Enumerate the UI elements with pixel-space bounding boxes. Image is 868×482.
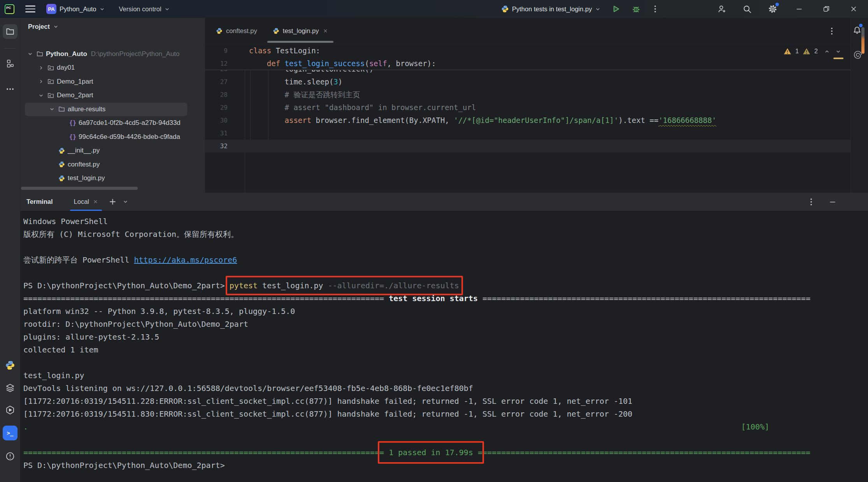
chevron-down-icon[interactable] (38, 92, 47, 98)
restore-button[interactable] (822, 5, 831, 13)
line-number: 29 (205, 101, 245, 114)
tree-item-demo-2part[interactable]: Demo_2part (20, 89, 205, 103)
code-line-27: 27 time.sleep(3) (205, 75, 850, 88)
line-number: 31 (205, 127, 245, 140)
editor-options-icon[interactable] (828, 26, 836, 36)
close-icon[interactable] (93, 199, 98, 204)
code-line-29: 29 # assert "dashboard" in browser.curre… (205, 101, 850, 114)
more-actions-icon[interactable] (651, 4, 659, 14)
close-tab-icon[interactable] (323, 28, 328, 33)
terminal-tab-local[interactable]: Local (68, 193, 103, 211)
vcs-widget[interactable]: Version control (119, 5, 170, 13)
debug-button[interactable] (631, 4, 641, 14)
python-icon (5, 360, 15, 370)
tree-item-demo-1part[interactable]: Demo_1part (20, 75, 205, 89)
terminal-tool-button[interactable]: >_ (3, 426, 18, 440)
tree-item-6a97cde1-0f2b-4cd5-a27b-94d33d[interactable]: {}6a97cde1-0f2b-4cd5-a27b-94d33d (20, 116, 205, 130)
folder-src-icon (47, 92, 57, 99)
terminal-line (23, 356, 868, 369)
editor-tab-test-login-py[interactable]: test_login.py (265, 18, 336, 44)
python-console-button[interactable] (3, 358, 18, 373)
ai-assistant-icon[interactable] (853, 50, 863, 60)
folder-icon (37, 51, 46, 58)
python-icon (501, 5, 509, 13)
code-with-me-icon[interactable] (717, 4, 727, 14)
more-tool-windows-button[interactable] (3, 82, 18, 96)
prev-problem-icon[interactable] (824, 49, 830, 54)
next-problem-icon[interactable] (835, 49, 841, 54)
code-line-12: 12 def test_login_success(self, browser)… (205, 57, 850, 70)
structure-icon (5, 59, 15, 68)
new-terminal-icon[interactable] (109, 198, 116, 205)
terminal-line: ========================================… (23, 292, 868, 305)
tree-item--init-py[interactable]: __init__.py (20, 144, 205, 158)
terminal-panel: Terminal Local Windows PowerShell版权所有 (C… (20, 193, 868, 482)
hide-panel-icon[interactable] (828, 198, 837, 206)
notification-dot (859, 24, 863, 27)
terminal-output[interactable]: Windows PowerShell版权所有 (C) Microsoft Cor… (20, 211, 868, 482)
tree-item-conftest-py[interactable]: conftest.py (20, 158, 205, 172)
highlight-level-bar (833, 58, 843, 59)
project-panel-header[interactable]: Project (20, 18, 205, 35)
pycharm-window: PC PA Python_Auto Version control Python… (0, 0, 868, 482)
code-line-32: 32 (205, 140, 850, 152)
terminal-line: test_login.py (23, 369, 868, 382)
editor: conftest.pytest_login.py 9class TestLogi… (205, 18, 850, 193)
chevron-spacer (60, 134, 69, 140)
project-widget[interactable]: Python_Auto (60, 5, 105, 13)
terminal-line: ========================================… (23, 446, 868, 459)
weak-warning-icon (803, 47, 810, 55)
layers-icon (5, 383, 15, 393)
terminal-line: 尝试新的跨平台 PowerShell https://aka.ms/pscore… (23, 254, 868, 266)
chevron-spacer (49, 175, 58, 181)
chevron-right-icon[interactable] (38, 79, 47, 85)
services-tool-button[interactable] (3, 403, 18, 417)
main-menu-icon[interactable] (25, 5, 35, 12)
chevron-spacer (49, 147, 58, 154)
tree-item-day01[interactable]: day01 (20, 61, 205, 75)
run-button[interactable] (611, 4, 621, 14)
close-button[interactable] (849, 5, 858, 13)
json-icon: {} (69, 133, 79, 140)
code-area[interactable]: 26 login_button.click()27 time.sleep(3)2… (205, 70, 850, 152)
tree-item-python-auto[interactable]: Python_AutoD:\pythonProject\Python_Auto (20, 47, 205, 61)
chevron-right-icon[interactable] (38, 65, 47, 71)
tree-item-test-login-py[interactable]: test_login.py (20, 172, 205, 186)
sticky-lines-panel: 9class TestLogin:12 def test_login_succe… (205, 44, 850, 70)
terminal-line: 版权所有 (C) Microsoft Corporation。保留所有权利。 (23, 228, 868, 241)
problems-tool-button[interactable] (3, 449, 18, 464)
project-avatar[interactable]: PA (46, 4, 56, 14)
code-line-9: 9class TestLogin: (205, 44, 850, 57)
line-number: 9 (205, 44, 245, 57)
terminal-dropdown-icon[interactable] (123, 199, 128, 205)
settings-gear-icon[interactable] (768, 4, 778, 14)
tree-item-99c64c6e-d59b-4426-bdeb-c9fada[interactable]: {}99c64c6e-d59b-4426-bdeb-c9fada (20, 130, 205, 144)
run-configuration-selector[interactable]: Python tests in test_login.py (501, 5, 601, 13)
inspections-widget[interactable]: 1 2 (784, 47, 841, 55)
python-packages-button[interactable] (3, 380, 18, 395)
terminal-line: plugins: allure-pytest-2.13.5 (23, 331, 868, 344)
terminal-line: PS D:\pythonProject\Python_Auto\Demo_2pa… (23, 279, 868, 292)
tree-item-allure-results[interactable]: allure-results (20, 102, 205, 116)
code-line-31: 31 (205, 127, 850, 140)
horizontal-scrollbar[interactable] (20, 187, 205, 190)
terminal-line: platform win32 -- Python 3.9.8, pytest-8… (23, 305, 868, 318)
more-icon (5, 84, 15, 94)
notification-dot (775, 3, 779, 6)
python-icon (58, 161, 68, 168)
python-icon (216, 28, 223, 34)
folder-icon (6, 27, 14, 36)
stripe-divider (4, 48, 16, 49)
line-number: 27 (205, 75, 245, 88)
chevron-down-icon[interactable] (27, 51, 37, 57)
code-line-28: 28 # 验证是否跳转到主页 (205, 88, 850, 101)
code-line-26: 26 login_button.click() (205, 70, 850, 75)
minimize-button[interactable] (795, 5, 803, 13)
project-tool-button[interactable] (3, 24, 18, 39)
search-everywhere-icon[interactable] (742, 4, 752, 14)
folder-icon (58, 106, 68, 113)
editor-tab-conftest-py[interactable]: conftest.py (208, 18, 265, 44)
chevron-down-icon[interactable] (49, 106, 58, 112)
structure-tool-button[interactable] (3, 56, 18, 71)
terminal-options-icon[interactable] (807, 197, 815, 207)
